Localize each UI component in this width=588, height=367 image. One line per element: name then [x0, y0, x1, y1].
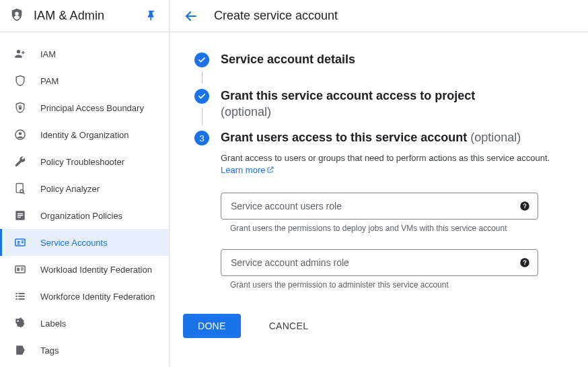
- sidebar-item-label: Policy Troubleshooter: [40, 157, 124, 167]
- help-icon[interactable]: [519, 200, 531, 212]
- svg-point-1: [17, 50, 20, 53]
- sidebar-item-iam[interactable]: IAM: [0, 40, 169, 67]
- sidebar-item-workforce-identity-federation[interactable]: Workforce Identity Federation: [0, 283, 169, 310]
- list-box-icon: [13, 209, 27, 222]
- step-3-description: Grant access to users or groups that nee…: [221, 152, 561, 176]
- help-icon[interactable]: [519, 257, 531, 269]
- sidebar-item-label: Workload Identity Federation: [40, 265, 152, 275]
- step-number-badge: 3: [194, 131, 209, 145]
- helper-text: Grant users the permission to administer…: [230, 280, 538, 290]
- step-2-title: Grant this service account access to pro…: [221, 88, 561, 120]
- svg-rect-19: [15, 298, 17, 300]
- stepper: Service account details Grant this servi…: [183, 51, 588, 290]
- svg-rect-9: [17, 215, 23, 216]
- svg-point-0: [15, 11, 19, 15]
- sidebar-header: IAM & Admin: [0, 0, 169, 32]
- sidebar-title: IAM & Admin: [34, 9, 145, 23]
- sidebar-item-label: Tags: [40, 345, 59, 356]
- tag-icon: [13, 316, 27, 330]
- sidebar-item-label: Workforce Identity Federation: [40, 292, 155, 302]
- sidebar-item-label: Labels: [40, 319, 66, 329]
- sidebar-item-identity-organization[interactable]: Identity & Organization: [0, 121, 169, 148]
- optional-label: (optional): [221, 104, 561, 120]
- shield-lock-icon: [13, 101, 27, 114]
- sidebar-item-service-accounts[interactable]: Service Accounts: [0, 229, 169, 256]
- optional-label: (optional): [470, 131, 521, 144]
- person-circle-icon: [13, 128, 27, 141]
- sidebar-item-label: Service Accounts: [40, 238, 108, 248]
- sidebar-item-label: Identity & Organization: [40, 130, 129, 140]
- sidebar: IAM & Admin IAM PAM Principal Access Bou…: [0, 0, 170, 367]
- step-3-title: Grant users access to this service accou…: [221, 129, 561, 145]
- sidebar-item-organization-policies[interactable]: Organization Policies: [0, 202, 169, 229]
- pin-icon[interactable]: [145, 9, 158, 23]
- svg-rect-13: [15, 266, 25, 273]
- wrench-icon: [13, 155, 27, 168]
- svg-rect-10: [17, 217, 21, 218]
- step-connector: [202, 108, 203, 125]
- page-title: Create service account: [214, 9, 338, 23]
- sidebar-item-policy-analyzer[interactable]: Policy Analyzer: [0, 175, 169, 202]
- sidebar-item-tags[interactable]: Tags: [0, 337, 169, 364]
- sidebar-item-workload-identity-federation[interactable]: Workload Identity Federation: [0, 256, 169, 283]
- step-3: 3 Grant users access to this service acc…: [183, 129, 588, 290]
- svg-rect-18: [19, 296, 25, 297]
- svg-rect-14: [17, 268, 19, 271]
- sidebar-item-pam[interactable]: PAM: [0, 67, 169, 94]
- svg-rect-20: [19, 298, 25, 300]
- iam-shield-icon: [9, 7, 24, 25]
- step-1[interactable]: Service account details: [183, 51, 588, 88]
- main: Create service account Service account d…: [170, 0, 588, 367]
- svg-rect-8: [17, 213, 23, 215]
- back-arrow-icon[interactable]: [183, 8, 199, 24]
- helper-text: Grant users the permissions to deploy jo…: [230, 224, 538, 233]
- sidebar-nav: IAM PAM Principal Access Boundary Identi…: [0, 32, 169, 364]
- person-add-icon: [13, 47, 27, 61]
- sidebar-item-label: IAM: [40, 49, 56, 59]
- sidebar-item-labels[interactable]: Labels: [0, 310, 169, 337]
- field-service-account-admins-role: Grant users the permission to administer…: [221, 249, 538, 290]
- learn-more-link[interactable]: Learn more: [221, 165, 274, 175]
- sidebar-item-label: Principal Access Boundary: [40, 103, 144, 113]
- id-card-icon: [13, 263, 27, 276]
- cancel-button[interactable]: CANCEL: [254, 314, 324, 338]
- svg-rect-17: [15, 296, 17, 297]
- step-1-title: Service account details: [221, 51, 561, 67]
- done-button[interactable]: DONE: [183, 314, 241, 338]
- step-2[interactable]: Grant this service account access to pro…: [183, 88, 588, 129]
- svg-rect-5: [16, 184, 23, 193]
- doc-search-icon: [13, 182, 27, 195]
- external-link-icon: [266, 166, 274, 174]
- bookmark-icon: [13, 343, 27, 357]
- action-buttons: DONE CANCEL: [183, 314, 588, 338]
- svg-point-21: [17, 320, 19, 322]
- badge-icon: [13, 236, 27, 249]
- svg-rect-2: [19, 107, 22, 109]
- list-lines-icon: [13, 290, 27, 303]
- service-account-users-role-input[interactable]: [231, 201, 519, 211]
- svg-point-12: [17, 241, 20, 243]
- svg-rect-16: [19, 293, 25, 294]
- check-icon: [194, 53, 209, 67]
- topbar: Create service account: [170, 0, 588, 32]
- shield-icon: [13, 74, 27, 88]
- sidebar-item-principal-access-boundary[interactable]: Principal Access Boundary: [0, 94, 169, 121]
- sidebar-item-policy-troubleshooter[interactable]: Policy Troubleshooter: [0, 148, 169, 175]
- step-connector: [202, 71, 203, 84]
- sidebar-item-label: Organization Policies: [40, 211, 122, 221]
- field-service-account-users-role: Grant users the permissions to deploy jo…: [221, 193, 538, 233]
- service-account-admins-role-input[interactable]: [231, 257, 519, 268]
- sidebar-item-label: PAM: [40, 76, 59, 86]
- svg-rect-15: [15, 293, 17, 294]
- sidebar-item-label: Policy Analyzer: [40, 184, 100, 194]
- svg-point-4: [19, 132, 22, 135]
- check-icon: [194, 89, 209, 104]
- content: Service account details Grant this servi…: [170, 32, 588, 357]
